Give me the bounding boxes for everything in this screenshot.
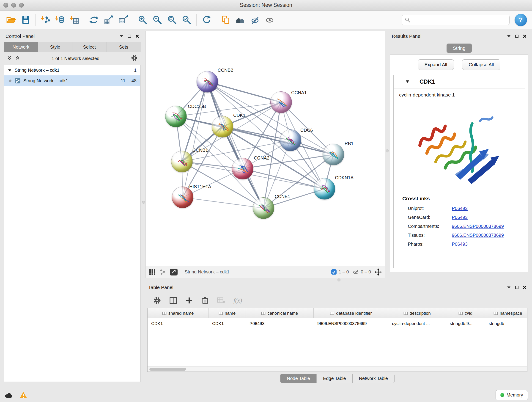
grid-view-icon[interactable] (149, 269, 156, 275)
network-node-ccnb2[interactable] (196, 71, 218, 93)
crosslink-link[interactable]: P06493 (452, 242, 468, 247)
network-node-ccnb1[interactable] (171, 151, 193, 172)
open-session-button[interactable] (4, 12, 18, 28)
crosslink-link[interactable]: P06493 (452, 215, 468, 220)
column-header--id[interactable]: @id (446, 308, 485, 318)
network-node-cdc6[interactable] (280, 129, 301, 151)
close-panel-icon[interactable] (523, 286, 526, 289)
show-columns-icon[interactable] (169, 297, 177, 304)
splitter-handle[interactable] (142, 201, 145, 204)
collapse-card-icon[interactable] (405, 80, 409, 84)
column-header-shared-name[interactable]: shared name (147, 308, 209, 318)
horizontal-splitter[interactable] (146, 278, 529, 282)
tab-string[interactable]: String (447, 44, 472, 53)
network-node-cdk1[interactable] (212, 116, 233, 138)
import-network-from-file-button[interactable] (38, 12, 52, 28)
show-all-button[interactable] (262, 12, 277, 28)
crosslink-link[interactable]: 9606.ENSP00000378699 (452, 224, 504, 229)
function-builder-icon[interactable]: f(x) (234, 297, 242, 304)
panel-menu-icon[interactable] (507, 35, 511, 38)
zoom-selected-button[interactable] (179, 12, 194, 28)
network-node-ccna2[interactable] (232, 158, 253, 179)
hide-selected-button[interactable] (248, 12, 262, 28)
splitter-handle[interactable] (337, 279, 341, 281)
export-network-button[interactable] (101, 12, 116, 28)
crosslink-link[interactable]: 9606.ENSP00000378699 (452, 233, 504, 238)
network-node-ccne1[interactable] (253, 197, 274, 219)
collection-expander-icon[interactable] (8, 68, 12, 73)
import-network-from-database-button[interactable] (52, 12, 67, 28)
zoom-fit-button[interactable] (165, 12, 179, 28)
tab-network-table[interactable]: Network Table (353, 374, 394, 383)
float-panel-icon[interactable] (128, 34, 131, 38)
float-panel-icon[interactable] (515, 286, 519, 289)
left-splitter[interactable] (142, 31, 146, 385)
crosslink-link[interactable]: P06493 (452, 206, 468, 211)
column-header-canonical-name[interactable]: canonical name (246, 308, 314, 318)
memory-button[interactable]: Memory (496, 390, 528, 400)
network-node-cdkn1a[interactable] (314, 178, 335, 200)
column-header-description[interactable]: description (388, 308, 446, 318)
tab-sets[interactable]: Sets (107, 42, 141, 52)
table-row[interactable]: CDK1CDK1P064939606.ENSP00000378699cyclin… (147, 318, 527, 329)
crosslinks-list: Uniprot:P06493GeneCard:P06493Compartment… (394, 204, 525, 249)
node-table: shared namenamecanonical namedatabase id… (147, 308, 527, 372)
splitter-handle[interactable] (386, 149, 389, 153)
copy-document-button[interactable] (218, 12, 233, 28)
close-panel-icon[interactable] (135, 34, 139, 38)
network-node-rb1[interactable] (323, 144, 344, 165)
network-arrows-button[interactable] (87, 12, 101, 28)
app-window: Session: New Session (0, 0, 532, 402)
tab-node-table[interactable]: Node Table (280, 374, 317, 383)
network-collection-row[interactable]: String Network – cdk1 1 (4, 65, 140, 75)
tab-edge-table[interactable]: Edge Table (317, 374, 353, 383)
cloud-status-icon[interactable] (4, 392, 13, 399)
network-canvas[interactable]: CCNB2CCNA1CDC25BCDK1CDC6RB1CCNB1CCNA2CDK… (146, 31, 385, 266)
help-button[interactable]: ? (515, 14, 527, 26)
import-table-from-file-button[interactable] (67, 12, 82, 28)
network-row[interactable]: String Network – cdk1 11 48 (4, 75, 140, 86)
table-horizontal-scrollbar[interactable] (147, 366, 527, 371)
center-splitter[interactable] (385, 31, 389, 278)
delete-column-trash-icon[interactable] (201, 297, 209, 304)
column-header-database-identifier[interactable]: database identifier (314, 308, 388, 318)
expand-all-button[interactable]: Expand All (418, 59, 454, 70)
column-header-namespace[interactable]: namespace (485, 308, 527, 318)
search-field[interactable] (402, 15, 510, 25)
add-column-icon[interactable] (185, 297, 193, 304)
network-overview-icon[interactable] (159, 269, 166, 275)
control-panel-header: Control Panel (3, 31, 142, 42)
expand-all-networks-icon[interactable] (7, 56, 12, 61)
float-panel-icon[interactable] (515, 34, 519, 38)
column-header-name[interactable]: name (209, 308, 246, 318)
refresh-button[interactable] (199, 12, 214, 28)
collapse-all-networks-icon[interactable] (15, 56, 20, 61)
network-node-ccna1[interactable] (270, 91, 292, 113)
close-panel-icon[interactable] (523, 34, 526, 38)
save-session-button[interactable] (18, 12, 33, 28)
zoom-out-button[interactable] (150, 12, 165, 28)
protein-card-header[interactable]: CDK1 (394, 75, 525, 89)
warning-icon[interactable] (19, 391, 27, 399)
selected-nodes-count: 1 – 0 (331, 269, 349, 275)
zoom-in-button[interactable] (135, 12, 150, 28)
node-label-cdc6: CDC6 (300, 128, 313, 133)
panel-menu-icon[interactable] (507, 286, 511, 289)
scrollbar-thumb[interactable] (149, 368, 186, 370)
node-label-rb1: RB1 (345, 141, 354, 146)
network-node-hist1h1a[interactable] (172, 186, 193, 208)
panel-menu-icon[interactable] (119, 35, 123, 38)
birds-eye-move-icon[interactable] (375, 268, 382, 276)
crosslink-row: Uniprot:P06493 (394, 204, 525, 213)
search-input[interactable] (412, 17, 507, 22)
network-options-gear-icon[interactable] (131, 55, 138, 62)
export-view-icon[interactable] (170, 268, 178, 276)
tab-network[interactable]: Network (4, 42, 38, 52)
tab-style[interactable]: Style (38, 42, 73, 52)
tab-select[interactable]: Select (72, 42, 107, 52)
export-image-button[interactable] (116, 12, 131, 28)
table-settings-gear-icon[interactable] (153, 297, 161, 304)
network-node-cdc25b[interactable] (165, 106, 187, 127)
first-neighbors-button[interactable] (233, 12, 248, 28)
collapse-all-button[interactable]: Collapse All (462, 59, 500, 70)
